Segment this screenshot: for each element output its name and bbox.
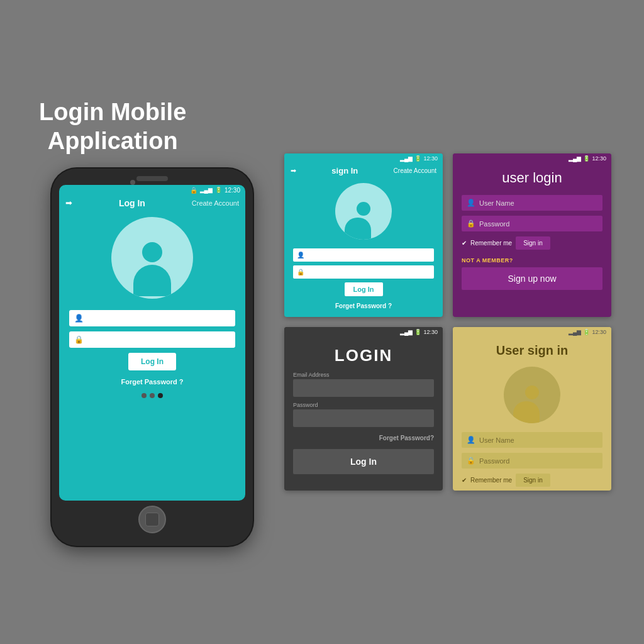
phone-form: 👤 🔒 Log In Forget Password ? xyxy=(59,305,245,501)
lock-field-icon: 🔒 xyxy=(74,335,84,344)
teal-forget-password[interactable]: Forget Password ? xyxy=(293,300,434,312)
battery-icon: 🔋 xyxy=(215,187,222,193)
phone-screen: 🔒 ▂▄▆ 🔋 12:30 ➡ Log In Create Account xyxy=(59,185,245,501)
phone-forget-password[interactable]: Forget Password ? xyxy=(69,375,235,388)
purple-battery-icon: 🔋 xyxy=(583,155,590,162)
purple-lock-icon: 🔒 xyxy=(467,219,475,228)
purple-form: 👤 User Name 🔒 Password ✔ Remember me Sig… xyxy=(453,191,611,253)
purple-signup-button[interactable]: Sign up now xyxy=(462,267,602,290)
purple-remember-label: Remember me xyxy=(470,240,512,247)
teal-lock-icon: 🔒 xyxy=(297,269,304,275)
teal-person-body xyxy=(345,218,371,240)
yellow-username-field[interactable]: 👤 User Name xyxy=(462,432,602,448)
teal-avatar-circle xyxy=(335,183,392,240)
dot-3-active xyxy=(158,393,163,398)
teal-signin-icon: ➡ xyxy=(291,167,296,175)
purple-remember-row: ✔ Remember me Sign in xyxy=(462,236,602,250)
right-section: ▂▄▆ 🔋 12:30 ➡ sign In Create Account xyxy=(284,153,611,491)
page-title: Login Mobile Application xyxy=(39,98,186,155)
yellow-status-bar: ▂▄▆ 🔋 12:30 xyxy=(453,327,611,337)
lock-icon: 🔒 xyxy=(190,187,197,194)
teal-nav-label: sign In xyxy=(331,166,358,175)
purple-status-bar: ▂▄▆ 🔋 12:30 xyxy=(453,153,611,164)
purple-signin-button[interactable]: Sign in xyxy=(516,236,550,250)
purple-time: 12:30 xyxy=(592,155,606,162)
yellow-title: User sign in xyxy=(453,337,611,362)
dot-2 xyxy=(150,393,155,398)
teal-signal-icon: ▂▄▆ xyxy=(400,155,413,162)
yellow-username-label: User Name xyxy=(479,436,514,444)
yellow-screen-mockup: ▂▄▆ 🔋 12:30 User sign in 👤 User Name xyxy=(453,327,611,491)
phone-dot-indicators xyxy=(69,393,235,402)
dark-time: 12:30 xyxy=(423,329,438,335)
purple-screen-mockup: ▂▄▆ 🔋 12:30 user login 👤 User Name 🔒 Pas… xyxy=(453,153,611,317)
yellow-lock-icon: 🔒 xyxy=(467,457,475,465)
dark-title: LOGIN xyxy=(284,337,443,372)
left-section: Login Mobile Application 🔒 ▂▄▆ 🔋 12:30 ➡ xyxy=(33,98,272,545)
phone-nav-bar: ➡ Log In Create Account xyxy=(59,196,245,211)
phone-time: 12:30 xyxy=(225,187,240,194)
teal-user-icon: 👤 xyxy=(297,252,304,258)
dark-forget-password[interactable]: Forget Password? xyxy=(284,432,443,444)
phone-mockup: 🔒 ▂▄▆ 🔋 12:30 ➡ Log In Create Account xyxy=(52,169,253,546)
dark-email-field[interactable] xyxy=(293,379,434,397)
teal-battery-icon: 🔋 xyxy=(414,155,421,162)
teal-create-account[interactable]: Create Account xyxy=(394,167,436,174)
title-line2: Application xyxy=(48,128,178,154)
purple-check-icon: ✔ xyxy=(462,240,467,247)
yellow-signal-icon: ▂▄▆ xyxy=(569,329,581,335)
purple-password-field[interactable]: 🔒 Password xyxy=(462,216,602,231)
dark-status-bar: ▂▄▆ 🔋 12:30 xyxy=(284,327,443,337)
teal-username-field[interactable]: 👤 xyxy=(293,248,434,262)
purple-password-label: Password xyxy=(479,220,509,228)
yellow-avatar-area xyxy=(453,362,611,428)
person-head-icon xyxy=(142,242,162,262)
phone-bottom-bar xyxy=(59,501,245,538)
teal-login-button[interactable]: Log In xyxy=(345,282,383,296)
teal-avatar-area xyxy=(284,178,443,245)
teal-nav-bar: ➡ sign In Create Account xyxy=(284,164,443,178)
yellow-remember-label: Remember me xyxy=(470,477,512,484)
purple-user-icon: 👤 xyxy=(467,199,475,207)
dark-password-field[interactable] xyxy=(293,409,434,427)
teal-password-field[interactable]: 🔒 xyxy=(293,265,434,279)
dark-email-label: Email Address xyxy=(284,372,443,379)
yellow-remember-row: ✔ Remember me Sign in xyxy=(462,474,602,487)
purple-username-field[interactable]: 👤 User Name xyxy=(462,195,602,211)
teal-person-head xyxy=(357,202,370,216)
signal-icon: ▂▄▆ xyxy=(200,187,213,193)
yellow-password-field[interactable]: 🔒 Password xyxy=(462,453,602,469)
dark-signal-icon: ▂▄▆ xyxy=(400,329,413,335)
teal-screen-mockup: ▂▄▆ 🔋 12:30 ➡ sign In Create Account xyxy=(284,153,443,317)
phone-camera xyxy=(130,180,135,185)
yellow-password-label: Password xyxy=(479,457,509,465)
dark-battery-icon: 🔋 xyxy=(414,329,421,335)
teal-form: 👤 🔒 Log In Forget Password ? xyxy=(284,245,443,317)
purple-title: user login xyxy=(453,164,611,191)
yellow-battery-icon: 🔋 xyxy=(583,329,590,335)
dot-1 xyxy=(142,393,147,398)
phone-avatar-area xyxy=(59,211,245,305)
phone-home-button[interactable] xyxy=(138,506,166,533)
phone-create-account[interactable]: Create Account xyxy=(192,199,239,207)
dark-password-label: Password xyxy=(284,402,443,409)
yellow-person-body xyxy=(513,401,540,423)
phone-speaker xyxy=(136,176,168,181)
phone-nav-label: Log In xyxy=(119,198,145,208)
yellow-signin-button[interactable]: Sign in xyxy=(516,474,550,487)
dark-login-button[interactable]: Log In xyxy=(293,449,434,474)
phone-status-bar: 🔒 ▂▄▆ 🔋 12:30 xyxy=(59,185,245,196)
purple-signal-icon: ▂▄▆ xyxy=(569,155,581,162)
purple-not-member-label: NOT A MEMBER? xyxy=(453,253,611,265)
user-icon: 👤 xyxy=(74,314,84,323)
purple-username-label: User Name xyxy=(479,199,514,207)
yellow-check-icon: ✔ xyxy=(462,477,467,484)
phone-password-field[interactable]: 🔒 xyxy=(69,331,235,348)
teal-status-bar: ▂▄▆ 🔋 12:30 xyxy=(284,153,443,164)
phone-login-button[interactable]: Log In xyxy=(128,353,176,370)
phone-username-field[interactable]: 👤 xyxy=(69,310,235,326)
main-container: Login Mobile Application 🔒 ▂▄▆ 🔋 12:30 ➡ xyxy=(20,20,624,624)
title-line1: Login Mobile xyxy=(39,99,186,125)
teal-time: 12:30 xyxy=(423,155,438,162)
phone-avatar-silhouette xyxy=(124,242,180,299)
